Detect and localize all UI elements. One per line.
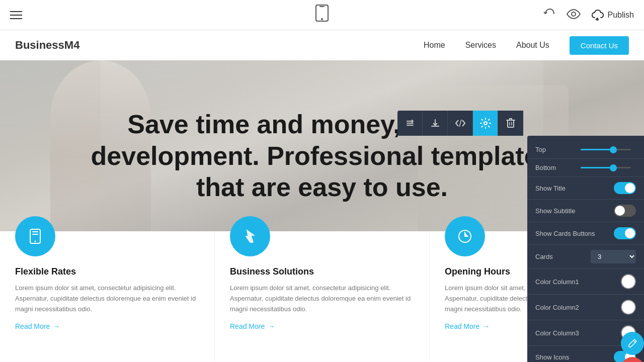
card-1-text: Lorem ipsum dolor sit amet, consectetur … <box>15 283 199 314</box>
contact-button[interactable]: Contact Us <box>570 36 629 55</box>
hamburger-icon[interactable] <box>10 11 22 19</box>
bottom-label: Bottom <box>535 164 556 171</box>
color-column3-label: Color Column3 <box>535 329 579 337</box>
svg-point-14 <box>484 122 487 125</box>
toolbar-center <box>315 4 329 26</box>
nav-link-home[interactable]: Home <box>424 41 445 50</box>
delete-button[interactable] <box>498 111 523 136</box>
svg-rect-6 <box>32 231 38 232</box>
card-1-title: Flexible Rates <box>15 266 199 277</box>
toolbar-left <box>10 11 22 19</box>
add-button[interactable] <box>621 357 644 362</box>
color-column1-label: Color Column1 <box>535 278 579 286</box>
publish-label: Publish <box>608 11 634 20</box>
svg-line-13 <box>459 120 461 127</box>
top-label: Top <box>535 146 546 153</box>
sort-button[interactable] <box>397 111 423 136</box>
cards-row: Cards 3 1 2 4 <box>527 245 644 269</box>
card-2-read-more[interactable]: Read More → <box>230 322 414 330</box>
show-subtitle-toggle[interactable] <box>614 205 636 217</box>
color-column1-picker[interactable] <box>621 274 636 289</box>
bottom-slider[interactable] <box>581 167 636 168</box>
site-logo: BusinessM4 <box>15 39 79 52</box>
card-2-text: Lorem ipsum dolor sit amet, consectetur … <box>230 283 414 314</box>
card-1-icon <box>15 216 55 256</box>
color-column1-row: Color Column1 <box>527 269 644 295</box>
settings-button[interactable] <box>473 111 498 136</box>
svg-point-3 <box>572 12 576 16</box>
color-column2-picker[interactable] <box>621 300 636 315</box>
preview-eye-icon[interactable] <box>567 9 581 21</box>
nav-link-about[interactable]: About Us <box>516 41 549 50</box>
card-2-title: Business Solutions <box>230 266 414 277</box>
card-3-icon <box>445 216 485 256</box>
side-buttons <box>621 332 644 362</box>
phone-device-icon[interactable] <box>315 4 329 26</box>
show-cards-buttons-toggle[interactable] <box>614 227 636 239</box>
toolbar-right: Publish <box>542 7 634 24</box>
bottom-slider-row: Bottom <box>527 159 644 177</box>
color-column2-row: Color Column2 <box>527 295 644 320</box>
svg-rect-15 <box>508 120 514 127</box>
top-slider-row: Top <box>527 141 644 159</box>
show-cards-buttons-label: Show Cards Buttons <box>535 230 595 237</box>
show-icons-label: Show Icons <box>535 353 569 361</box>
top-slider[interactable] <box>581 149 636 150</box>
show-title-label: Show Title <box>535 185 566 192</box>
cards-select[interactable]: 3 1 2 4 <box>591 250 636 263</box>
cloud-upload-icon <box>591 10 604 21</box>
main-area: BusinessM4 Home Services About Us Contac… <box>0 30 644 362</box>
svg-point-8 <box>35 241 36 242</box>
preview-nav: BusinessM4 Home Services About Us Contac… <box>0 30 644 60</box>
cards-label: Cards <box>535 253 553 260</box>
toolbar: Publish <box>0 0 644 30</box>
panel-scroll[interactable]: Top Bottom <box>527 136 644 362</box>
edit-button[interactable] <box>621 332 644 355</box>
svg-point-1 <box>321 18 323 20</box>
download-button[interactable] <box>423 111 448 136</box>
show-title-row: Show Title <box>527 177 644 200</box>
publish-button[interactable]: Publish <box>591 10 634 21</box>
nav-link-services[interactable]: Services <box>465 41 496 50</box>
action-bar <box>397 111 523 136</box>
card-2: Business Solutions Lorem ipsum dolor sit… <box>215 231 430 362</box>
show-subtitle-row: Show Subtitle <box>527 200 644 222</box>
card-2-icon <box>230 216 270 256</box>
show-title-toggle[interactable] <box>614 182 636 194</box>
undo-icon[interactable] <box>542 7 556 24</box>
show-subtitle-label: Show Subtitle <box>535 207 576 215</box>
svg-rect-7 <box>32 234 38 235</box>
card-1-read-more[interactable]: Read More → <box>15 322 199 330</box>
svg-line-18 <box>633 340 635 342</box>
card-1: Flexible Rates Lorem ipsum dolor sit ame… <box>0 231 215 362</box>
show-cards-buttons-row: Show Cards Buttons <box>527 222 644 245</box>
color-column2-label: Color Column2 <box>535 304 579 311</box>
nav-links: Home Services About Us Contact Us <box>424 36 629 55</box>
settings-panel: Top Bottom <box>527 136 644 362</box>
code-button[interactable] <box>448 111 473 136</box>
